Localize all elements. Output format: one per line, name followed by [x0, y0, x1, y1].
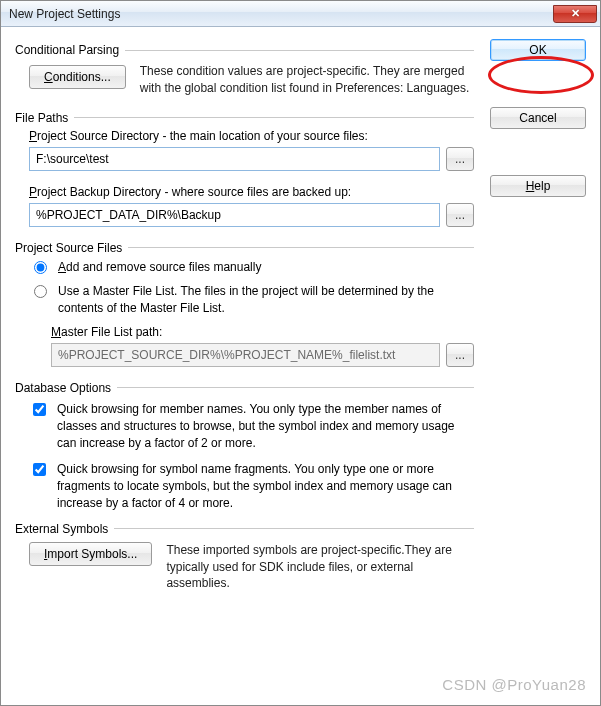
check-quick-fragment[interactable]: [33, 463, 46, 476]
import-symbols-button[interactable]: Import Symbols...: [29, 542, 152, 566]
ok-button[interactable]: OK: [490, 39, 586, 61]
legend-line: [125, 50, 474, 51]
radio-master-label[interactable]: Use a Master File List. The files in the…: [58, 283, 474, 317]
master-path-label: Master File List path:: [51, 325, 162, 339]
radio-add-label[interactable]: Add and remove source files manually: [58, 259, 261, 276]
legend-text: File Paths: [15, 111, 68, 125]
legend-text: Project Source Files: [15, 241, 122, 255]
ellipsis-icon: ...: [455, 152, 465, 166]
conditional-description: These condition values are project-speci…: [140, 63, 474, 97]
backup-dir-input[interactable]: [29, 203, 440, 227]
legend-line: [74, 117, 474, 118]
radio-add-manually[interactable]: [34, 261, 47, 274]
check-quick-fragment-label[interactable]: Quick browsing for symbol name fragments…: [57, 461, 474, 511]
legend-line: [128, 247, 474, 248]
legend-conditional-parsing: Conditional Parsing: [15, 43, 474, 57]
right-button-column: OK Cancel Help: [474, 39, 586, 695]
browse-source-button[interactable]: ...: [446, 147, 474, 171]
legend-file-paths: File Paths: [15, 111, 474, 125]
legend-line: [114, 528, 474, 529]
close-button[interactable]: ✕: [553, 5, 597, 23]
legend-text: External Symbols: [15, 522, 108, 536]
ellipsis-icon: ...: [455, 348, 465, 362]
main-column: Conditional Parsing Conditions... These …: [15, 39, 474, 695]
legend-external-symbols: External Symbols: [15, 522, 474, 536]
titlebar[interactable]: New Project Settings ✕: [1, 1, 600, 27]
legend-text: Conditional Parsing: [15, 43, 119, 57]
window-title: New Project Settings: [9, 7, 120, 21]
backup-dir-label: Project Backup Directory - where source …: [29, 185, 351, 199]
master-path-input: [51, 343, 440, 367]
check-quick-member[interactable]: [33, 403, 46, 416]
dialog-body: Conditional Parsing Conditions... These …: [1, 27, 600, 705]
help-button[interactable]: Help: [490, 175, 586, 197]
legend-source-files: Project Source Files: [15, 241, 474, 255]
cancel-button[interactable]: Cancel: [490, 107, 586, 129]
conditions-button[interactable]: Conditions...: [29, 65, 126, 89]
check-quick-member-label[interactable]: Quick browsing for member names. You onl…: [57, 401, 474, 451]
source-dir-label: Project Source Directory - the main loca…: [29, 129, 368, 143]
ellipsis-icon: ...: [455, 208, 465, 222]
legend-database-options: Database Options: [15, 381, 474, 395]
legend-line: [117, 387, 474, 388]
legend-text: Database Options: [15, 381, 111, 395]
browse-backup-button[interactable]: ...: [446, 203, 474, 227]
source-dir-input[interactable]: [29, 147, 440, 171]
browse-master-button[interactable]: ...: [446, 343, 474, 367]
external-description: These imported symbols are project-speci…: [166, 542, 474, 592]
dialog-window: New Project Settings ✕ Conditional Parsi…: [0, 0, 601, 706]
radio-master-list[interactable]: [34, 285, 47, 298]
close-icon: ✕: [571, 7, 580, 20]
